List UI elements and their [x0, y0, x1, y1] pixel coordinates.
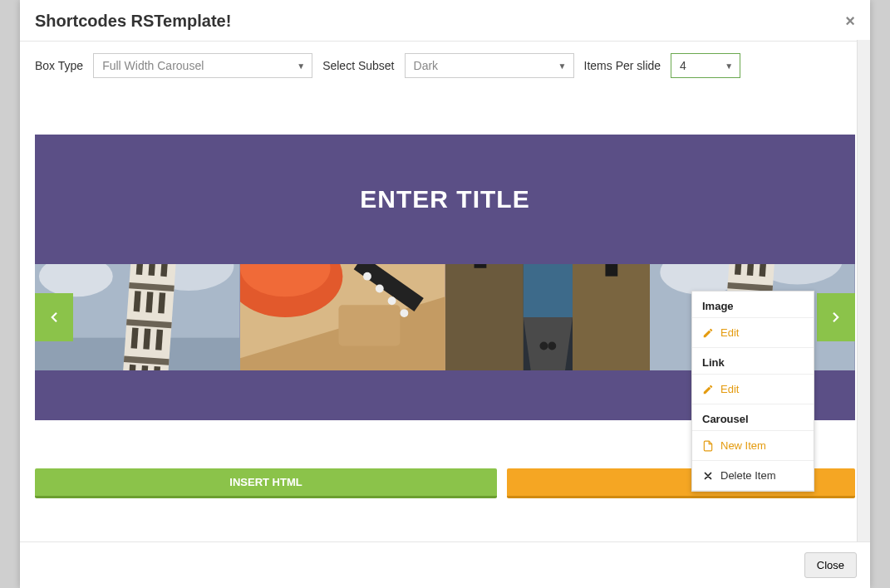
carousel-title[interactable]: ENTER TITLE [360, 185, 529, 213]
box-type-select[interactable]: Full Width Carousel ▼ [93, 53, 312, 78]
svg-rect-34 [572, 264, 650, 370]
carousel-slide[interactable] [240, 264, 445, 370]
carousel-header: ENTER TITLE [35, 135, 855, 264]
chevron-left-icon [47, 306, 61, 329]
cm-section-image: Image [692, 292, 814, 318]
svg-point-30 [387, 296, 396, 305]
box-type-label: Box Type [35, 59, 83, 72]
cm-delete-item[interactable]: Delete Item [692, 461, 814, 491]
cm-section-carousel: Carousel [692, 404, 814, 431]
cm-section-link: Link [692, 348, 814, 375]
subset-select[interactable]: Dark ▼ [405, 53, 574, 78]
carousel-prev-button[interactable] [35, 293, 73, 341]
cm-new-item-label: New Item [720, 439, 766, 452]
modal-title: Shortcodes RSTemplate! [35, 12, 231, 31]
items-per-slide-select[interactable]: 4 ▼ [671, 53, 740, 78]
svg-point-43 [539, 342, 548, 350]
svg-point-31 [400, 309, 408, 317]
carousel-next-button[interactable] [817, 293, 855, 341]
svg-rect-38 [474, 264, 486, 268]
subset-value: Dark [414, 59, 439, 72]
svg-point-44 [548, 342, 556, 350]
svg-rect-35 [523, 264, 572, 317]
svg-rect-33 [445, 264, 524, 370]
svg-point-28 [363, 272, 371, 281]
scrollbar[interactable] [857, 40, 870, 541]
cm-new-item[interactable]: New Item [692, 431, 814, 461]
file-icon [702, 440, 714, 452]
cm-edit-image-label: Edit [720, 326, 739, 339]
subset-label: Select Subset [322, 59, 394, 72]
modal-header: Shortcodes RSTemplate! × [20, 0, 870, 42]
svg-point-29 [376, 285, 384, 293]
box-type-value: Full Width Carousel [102, 59, 204, 72]
chevron-down-icon: ▼ [725, 61, 733, 71]
chevron-down-icon: ▼ [558, 61, 567, 71]
modal-dialog: Shortcodes RSTemplate! × Box Type Full W… [20, 0, 870, 588]
controls-row: Box Type Full Width Carousel ▼ Select Su… [35, 53, 855, 78]
svg-rect-26 [338, 305, 400, 345]
cm-edit-image[interactable]: Edit [692, 318, 814, 348]
pencil-icon [702, 327, 714, 339]
items-per-slide-value: 4 [680, 59, 686, 72]
close-button[interactable]: Close [804, 552, 857, 578]
svg-rect-41 [605, 264, 617, 277]
cm-edit-link-label: Edit [720, 383, 739, 395]
close-icon[interactable]: × [845, 12, 855, 31]
context-menu: Image Edit Link Edit Carousel New Item D… [691, 291, 814, 492]
slide-image-desk [240, 264, 445, 370]
cm-edit-link[interactable]: Edit [692, 375, 814, 404]
svg-marker-36 [523, 317, 572, 370]
cm-delete-item-label: Delete Item [720, 469, 775, 482]
items-per-slide-label: Items Per slide [584, 59, 661, 72]
chevron-down-icon: ▼ [297, 61, 305, 71]
modal-footer: Close [20, 541, 870, 588]
x-icon [702, 470, 714, 482]
pencil-icon [702, 384, 714, 395]
slide-image-street [445, 264, 651, 370]
chevron-right-icon [829, 306, 843, 329]
carousel-slide[interactable] [445, 264, 651, 370]
insert-html-button[interactable]: INSERT HTML [35, 468, 497, 498]
